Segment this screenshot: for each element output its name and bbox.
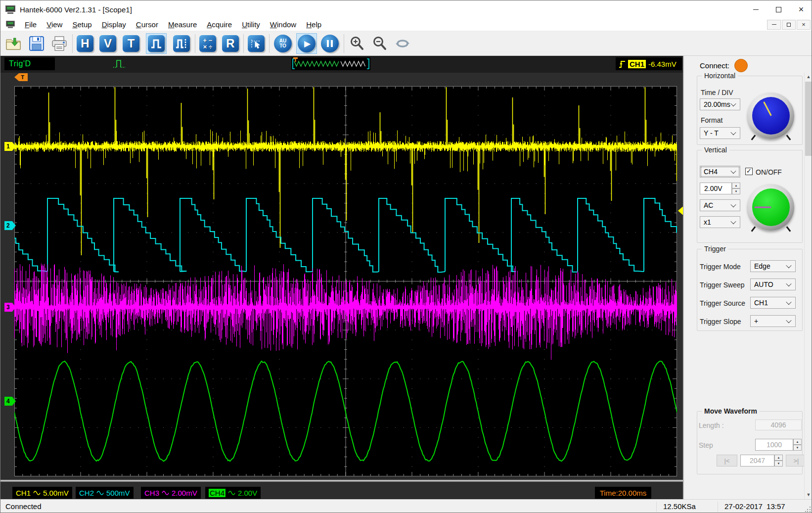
channel4-label[interactable]: CH4 2.00V xyxy=(205,487,261,499)
trigger-level-value: -6.43mV xyxy=(648,60,677,68)
document-icon xyxy=(6,21,15,28)
trigger-mode-select[interactable]: Edge xyxy=(750,260,796,272)
menu-item-file[interactable]: File xyxy=(20,19,42,30)
trigger-readout: CH1 -6.43mV xyxy=(616,57,682,70)
chevron-down-icon xyxy=(730,130,736,135)
reference-button[interactable]: R xyxy=(220,33,241,54)
spin-up-icon[interactable]: ▲ xyxy=(793,439,802,445)
mdi-minimize-button[interactable] xyxy=(767,20,781,30)
printer-icon xyxy=(51,36,68,51)
spin-up-icon[interactable]: ▲ xyxy=(732,183,740,188)
menu-item-view[interactable]: View xyxy=(42,19,67,30)
trigger-panel-button[interactable]: T xyxy=(121,33,141,54)
probe-select[interactable]: x1 xyxy=(700,216,740,228)
save-button[interactable] xyxy=(26,33,47,54)
spin-down-icon[interactable]: ▼ xyxy=(732,188,740,194)
title-bar: Hantek-6000 Ver2.1.31 - [Scope1] × xyxy=(0,0,812,18)
onoff-label: ON/OFF xyxy=(756,168,782,176)
vertical-knob[interactable] xyxy=(748,184,794,231)
zoom-in-icon xyxy=(349,36,365,51)
trigger-source-label: Trigger Source xyxy=(700,299,745,307)
h-icon: H xyxy=(77,35,93,52)
run-button[interactable]: ▶ xyxy=(296,33,317,54)
trigger-slope-select[interactable]: + xyxy=(750,315,796,327)
toolbar-separator xyxy=(72,34,73,53)
chevron-down-icon xyxy=(786,263,791,268)
channel1-label[interactable]: CH1 5.00mV xyxy=(12,487,72,499)
mdi-restore-button[interactable] xyxy=(782,20,796,30)
position-stepper[interactable]: 2047 ▲▼ xyxy=(740,455,783,466)
sample-rate: 12.50KSa xyxy=(663,502,696,511)
menu-item-cursor[interactable]: Cursor xyxy=(131,19,163,30)
r-icon: R xyxy=(222,35,239,52)
time-div-select[interactable]: 20.00ms xyxy=(700,98,740,110)
knob-indicator xyxy=(754,207,771,208)
toolbar-separator xyxy=(195,34,195,53)
trigger-slope-label: Trigger Slope xyxy=(700,318,741,326)
application-window: Hantek-6000 Ver2.1.31 - [Scope1] × File … xyxy=(0,0,812,513)
format-label: Format xyxy=(701,116,722,124)
autoset-button[interactable]: AUTO xyxy=(272,33,293,54)
trigger-group-title: Trigger xyxy=(702,245,728,253)
close-button[interactable]: × xyxy=(790,0,812,18)
trigger-source-select[interactable]: CH1 xyxy=(750,297,796,309)
scroll-up-icon[interactable]: ▲ xyxy=(805,73,812,81)
toolbar-separator xyxy=(269,34,270,53)
menu-item-acquire[interactable]: Acquire xyxy=(202,19,237,30)
step-stepper[interactable]: 1000 ▲▼ xyxy=(755,439,802,451)
loop-icon xyxy=(394,37,411,50)
zoom-in-button[interactable] xyxy=(347,33,367,54)
menu-item-utility[interactable]: Utility xyxy=(237,19,265,30)
pulse-icon xyxy=(148,35,165,52)
maximize-button[interactable] xyxy=(767,0,790,18)
waveform-preview-bar[interactable] xyxy=(291,57,370,70)
spin-down-icon[interactable]: ▼ xyxy=(774,461,783,466)
vertical-channel-select[interactable]: CH4 xyxy=(700,166,740,178)
menu-item-display[interactable]: Display xyxy=(97,19,131,30)
menu-item-window[interactable]: Window xyxy=(265,19,301,30)
trigger-sweep-select[interactable]: AUTO xyxy=(750,279,796,290)
vertical-group-title: Vertical xyxy=(702,146,729,154)
trigger-sweep-label: Trigger Sweep xyxy=(700,281,745,289)
length-label: Length : xyxy=(699,421,724,429)
horizontal-panel-button[interactable]: H xyxy=(75,33,95,54)
scrollbar-thumb[interactable] xyxy=(805,82,812,156)
open-button[interactable] xyxy=(3,33,24,54)
scroll-down-icon[interactable]: ▼ xyxy=(805,491,812,499)
pass-fail-button[interactable] xyxy=(392,33,413,54)
cursor-measure-button[interactable] xyxy=(246,33,267,54)
menu-item-help[interactable]: Help xyxy=(301,19,326,30)
vertical-panel-button[interactable]: V xyxy=(97,33,118,54)
pause-button[interactable] xyxy=(319,33,340,54)
channel2-label[interactable]: CH2 500mV xyxy=(76,487,134,499)
length-field[interactable]: 4096 xyxy=(755,420,802,430)
step-label: Step xyxy=(699,441,713,449)
spin-up-icon[interactable]: ▲ xyxy=(774,455,783,461)
waveform-list-button[interactable] xyxy=(171,33,192,54)
waveform-mode-button[interactable] xyxy=(146,33,167,54)
channel-onoff-checkbox[interactable]: ✓ xyxy=(745,168,753,175)
horizontal-knob[interactable] xyxy=(748,93,794,139)
move-first-button[interactable]: |< xyxy=(717,455,737,466)
volts-div-stepper[interactable]: 2.00V ▲▼ xyxy=(700,183,740,194)
scope-plot[interactable] xyxy=(14,86,677,476)
menu-bar: File View Setup Display Cursor Measure A… xyxy=(0,18,812,31)
menu-item-measure[interactable]: Measure xyxy=(163,19,202,30)
format-select[interactable]: Y - T xyxy=(700,127,740,139)
spin-down-icon[interactable]: ▼ xyxy=(793,445,802,451)
maximize-icon xyxy=(776,7,781,12)
math-button[interactable]: + −× ÷ xyxy=(197,33,218,54)
move-last-button[interactable]: >| xyxy=(786,455,807,466)
resize-grip[interactable] xyxy=(805,506,811,512)
close-icon: × xyxy=(799,4,804,15)
panel-scrollbar[interactable]: ▲ ▼ xyxy=(804,73,812,499)
ac-coupling-icon xyxy=(96,490,104,496)
mdi-close-button[interactable]: × xyxy=(797,20,811,30)
menu-item-setup[interactable]: Setup xyxy=(67,19,96,30)
coupling-select[interactable]: AC xyxy=(700,199,740,211)
horizontal-group-title: Horizontal xyxy=(702,72,738,80)
channel3-label[interactable]: CH3 2.00mV xyxy=(141,487,201,499)
print-button[interactable] xyxy=(49,33,70,54)
minimize-button[interactable] xyxy=(744,0,767,18)
zoom-out-button[interactable] xyxy=(369,33,390,54)
